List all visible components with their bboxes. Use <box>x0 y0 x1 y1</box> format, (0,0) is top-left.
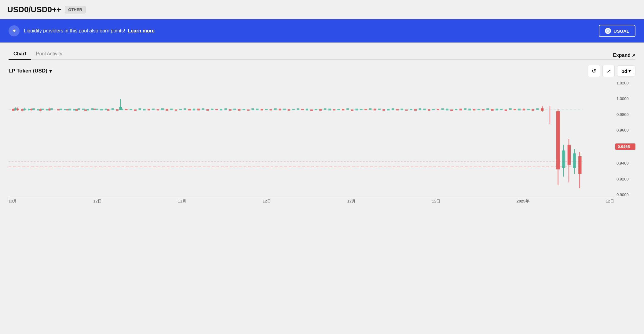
svg-rect-113 <box>369 108 371 110</box>
svg-rect-25 <box>215 109 218 110</box>
svg-rect-75 <box>82 109 84 110</box>
svg-rect-34 <box>310 109 313 111</box>
svg-rect-74 <box>78 108 80 110</box>
svg-rect-65 <box>32 108 35 110</box>
svg-rect-73 <box>73 109 75 110</box>
banner-text: Liquidity providers in this pool also ea… <box>24 28 155 34</box>
svg-rect-92 <box>202 108 204 110</box>
svg-rect-30 <box>270 109 272 110</box>
y-label-4: 0.9600 <box>617 128 635 132</box>
svg-rect-0 <box>9 81 614 197</box>
x-label-1: 10月 <box>9 199 17 204</box>
svg-rect-105 <box>306 109 308 110</box>
svg-rect-108 <box>328 109 331 110</box>
svg-rect-10 <box>66 109 68 110</box>
x-label-6: 12日 <box>432 199 440 204</box>
svg-rect-19 <box>157 109 159 110</box>
lp-token-dropdown[interactable]: LP Token (USD) ▾ <box>9 68 52 74</box>
y-label-7: 0.9000 <box>617 192 635 197</box>
svg-rect-106 <box>315 109 317 110</box>
svg-rect-132 <box>518 109 520 110</box>
svg-rect-123 <box>446 109 448 110</box>
svg-rect-76 <box>87 109 89 110</box>
svg-rect-28 <box>247 109 249 111</box>
main-content: Chart Pool Activity Expand ↗ LP Token (U… <box>0 43 644 212</box>
svg-rect-46 <box>437 109 439 110</box>
svg-rect-121 <box>432 109 434 110</box>
svg-rect-67 <box>42 109 44 110</box>
svg-rect-84 <box>139 108 141 110</box>
x-axis: 10月 12日 11月 12日 12月 12日 2025年 12日 <box>9 197 614 204</box>
y-label-6: 0.9200 <box>617 177 635 181</box>
svg-rect-114 <box>378 109 380 110</box>
svg-rect-87 <box>161 108 163 110</box>
y-label-1: 1.0200 <box>617 81 635 85</box>
x-label-3: 11月 <box>178 199 186 204</box>
svg-rect-43 <box>405 109 408 111</box>
controls-right: ↺ ↗ 1d ▾ <box>588 65 635 77</box>
svg-rect-15 <box>116 109 118 111</box>
svg-rect-119 <box>419 108 421 110</box>
svg-rect-41 <box>383 109 385 111</box>
pair-title: USD0/USD0++ <box>7 5 61 14</box>
svg-rect-44 <box>414 109 416 111</box>
svg-rect-55 <box>532 109 534 111</box>
svg-rect-99 <box>256 109 258 110</box>
learn-more-link[interactable]: Learn more <box>128 28 155 33</box>
svg-rect-124 <box>455 109 457 110</box>
expand-icon: ↗ <box>632 53 635 58</box>
usual-button[interactable]: USUAL <box>599 25 635 37</box>
chart-area: 10月 12日 11月 12日 12月 12日 2025年 12日 <box>9 81 614 206</box>
svg-rect-89 <box>179 109 181 110</box>
svg-rect-101 <box>274 108 276 110</box>
cursor-button[interactable]: ↗ <box>602 65 615 77</box>
tab-chart[interactable]: Chart <box>9 49 31 60</box>
svg-rect-109 <box>338 109 340 110</box>
svg-rect-11 <box>75 109 78 111</box>
svg-rect-78 <box>96 109 98 110</box>
svg-rect-122 <box>441 108 444 110</box>
svg-rect-18 <box>148 109 150 110</box>
svg-rect-131 <box>509 108 511 110</box>
svg-rect-68 <box>46 109 48 110</box>
x-label-8: 12日 <box>606 199 614 204</box>
svg-rect-49 <box>473 109 475 110</box>
svg-rect-102 <box>283 109 285 110</box>
svg-rect-51 <box>491 109 493 111</box>
svg-rect-52 <box>505 109 507 111</box>
svg-rect-126 <box>469 109 471 110</box>
svg-rect-130 <box>500 109 502 110</box>
svg-rect-95 <box>225 108 227 110</box>
svg-rect-50 <box>482 109 484 110</box>
svg-rect-128 <box>487 108 489 110</box>
dropdown-icon: ▾ <box>49 68 52 74</box>
svg-rect-29 <box>261 109 263 110</box>
y-label-5: 0.9400 <box>617 161 635 165</box>
svg-rect-104 <box>297 108 299 110</box>
expand-button[interactable]: Expand ↗ <box>613 53 635 58</box>
svg-rect-66 <box>37 109 39 110</box>
tab-pool-activity[interactable]: Pool Activity <box>31 49 67 60</box>
svg-rect-127 <box>478 109 480 110</box>
y-axis: 1.0200 1.0000 0.9800 0.9600 0.9465 0.940… <box>614 81 635 197</box>
svg-rect-96 <box>234 109 236 110</box>
svg-rect-88 <box>170 109 173 110</box>
refresh-icon: ↺ <box>592 68 596 74</box>
svg-rect-27 <box>238 109 240 111</box>
page-header: USD0/USD0++ OTHER <box>0 0 644 19</box>
chart-controls: LP Token (USD) ▾ ↺ ↗ 1d ▾ <box>9 65 635 77</box>
svg-rect-97 <box>243 109 245 110</box>
timeframe-dropdown[interactable]: 1d ▾ <box>617 65 635 76</box>
svg-rect-70 <box>60 109 62 110</box>
chart-svg <box>9 81 614 197</box>
svg-rect-45 <box>428 109 430 111</box>
svg-rect-32 <box>288 109 290 111</box>
svg-rect-83 <box>130 109 132 110</box>
svg-rect-112 <box>360 109 362 110</box>
svg-rect-133 <box>527 109 529 110</box>
svg-rect-118 <box>410 109 412 110</box>
refresh-button[interactable]: ↺ <box>588 65 600 77</box>
svg-rect-107 <box>324 108 326 110</box>
timeframe-dropdown-icon: ▾ <box>628 68 631 74</box>
svg-rect-26 <box>229 109 231 111</box>
